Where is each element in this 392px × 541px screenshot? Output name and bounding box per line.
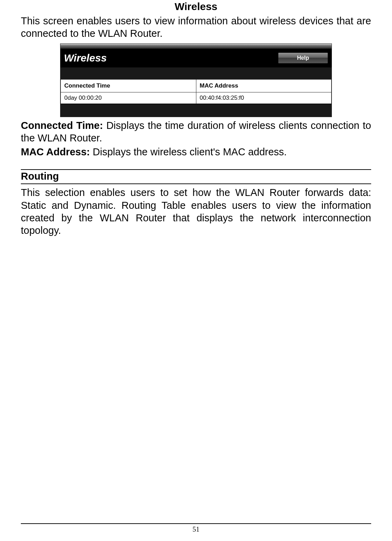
panel-bottom [60,104,332,117]
panel-topbar [60,44,332,49]
def-connected-time: Connected Time: Displays the time durati… [21,119,371,145]
table-row: 0day 00:00:20 00:40:f4:03:25:f0 [61,92,332,104]
intro-paragraph: This screen enables users to view inform… [21,15,371,40]
section-divider-bottom [21,183,371,184]
col-mac-address: MAC Address [196,79,332,92]
clients-table: Connected Time MAC Address 0day 00:00:20… [60,79,332,104]
page-title: Wireless [21,0,371,13]
def-connected-time-label: Connected Time: [21,120,103,131]
help-button[interactable]: Help [278,52,328,64]
routing-heading: Routing [21,170,371,183]
wireless-panel: Wireless Help Connected Time MAC Address… [60,43,332,117]
panel-header: Wireless Help [60,49,332,67]
page-footer: 51 [21,523,371,533]
col-connected-time: Connected Time [61,79,196,92]
cell-connected-time: 0day 00:00:20 [61,92,196,104]
def-mac-address-text: Displays the wireless client's MAC addre… [90,146,287,157]
routing-paragraph: This selection enables users to set how … [21,186,371,237]
def-mac-address-label: MAC Address: [21,146,90,157]
panel-title: Wireless [64,52,107,64]
footer-line [21,523,371,524]
page-number: 51 [21,525,371,533]
cell-mac-address: 00:40:f4:03:25:f0 [196,92,332,104]
panel-gap [60,67,332,79]
def-mac-address: MAC Address: Displays the wireless clien… [21,146,371,158]
table-header-row: Connected Time MAC Address [61,79,332,92]
